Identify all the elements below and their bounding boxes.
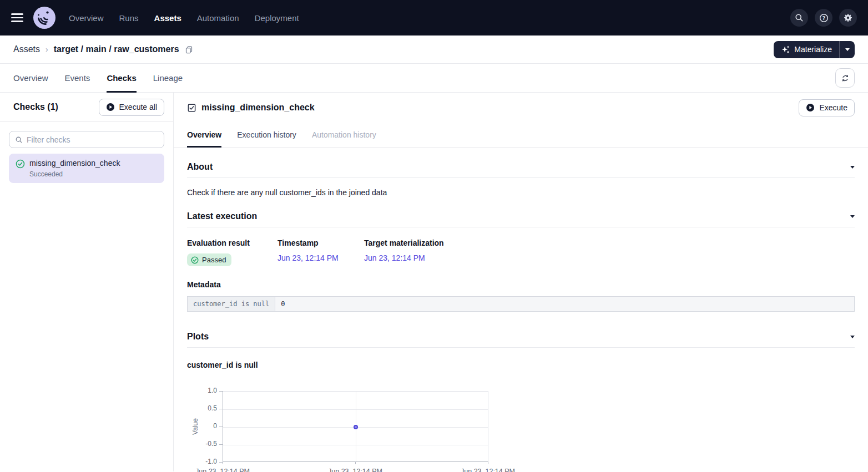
collapse-latest-execution-chevron-icon[interactable] [850,215,855,218]
x-tick-label: Jun 23, 12:14 PM [186,468,259,472]
x-tick-mark [488,462,488,464]
metadata-table: customer_id is null 0 [187,296,855,312]
section-divider [187,177,855,178]
check-name: missing_dimension_check [29,159,120,168]
check-status: Succeeded [29,170,120,178]
metadata-heading: Metadata [187,280,855,289]
target-materialization-link[interactable]: Jun 23, 12:14 PM [364,253,425,262]
asset-tabs: Overview Events Checks Lineage [0,64,868,93]
asset-check-icon [187,103,196,113]
execute-button[interactable]: Execute [799,99,855,116]
primary-nav: Overview Runs Assets Automation Deployme… [69,13,299,23]
plot-title: customer_id is null [187,361,855,369]
column-target-materialization: Target materialization [364,238,444,247]
copy-icon [185,45,193,54]
y-tick-label: -1.0 [187,458,217,465]
timestamp-link[interactable]: Jun 23, 12:14 PM [277,253,339,262]
breadcrumb-row: Assets › target / main / raw_customers M… [0,35,868,64]
tab-execution-history[interactable]: Execution history [237,123,296,147]
top-navbar: Overview Runs Assets Automation Deployme… [0,0,868,35]
search-icon [794,13,804,23]
chevron-down-icon [845,48,850,51]
x-tick-mark [223,462,223,464]
x-tick-mark [355,462,356,464]
check-success-icon [16,159,25,178]
hamburger-menu-icon[interactable] [11,13,23,22]
y-tick-label: -0.5 [187,440,217,448]
play-circle-icon [806,103,815,112]
nav-item-overview[interactable]: Overview [69,13,104,23]
check-detail-title: missing_dimension_check [201,103,315,113]
filter-checks-field [9,131,164,148]
materialize-label: Materialize [794,45,832,54]
column-evaluation-result: Evaluation result [187,238,277,247]
nav-item-deployment[interactable]: Deployment [255,13,299,23]
y-tick-label: 1.0 [187,387,217,394]
materialize-button[interactable]: Materialize [774,41,839,58]
value-history-chart: Value 1.0 0.5 0 -0.5 -1.0 [187,383,542,472]
about-description: Check if there are any null customer_ids… [187,188,855,197]
help-icon: ? [819,13,829,23]
materialize-dropdown-button[interactable] [839,41,855,58]
tab-events[interactable]: Events [65,64,90,92]
active-tab-underline [187,146,221,148]
checks-sidebar: Checks (1) Execute all [0,93,174,471]
search-icon [15,136,23,144]
tab-overview[interactable]: Overview [13,64,48,92]
latest-execution-heading: Latest execution [187,211,257,221]
collapse-plots-chevron-icon[interactable] [850,336,855,338]
settings-button[interactable] [839,9,857,27]
execute-all-button[interactable]: Execute all [99,99,164,116]
refresh-icon [841,74,850,83]
tab-checks[interactable]: Checks [107,64,136,92]
filter-checks-input[interactable] [27,135,158,144]
metadata-value: 0 [275,297,855,312]
section-divider [187,347,855,348]
evaluation-result-value: Passed [202,256,226,264]
materialize-split-button: Materialize [774,41,855,58]
tab-check-overview[interactable]: Overview [187,123,221,147]
copy-asset-key-button[interactable] [185,45,193,54]
tab-automation-history[interactable]: Automation history [312,123,376,147]
breadcrumb-separator: › [46,45,48,54]
plot-area [223,391,488,462]
column-timestamp: Timestamp [277,238,364,247]
breadcrumb-asset-path[interactable]: target / main / raw_customers [54,44,179,54]
check-detail-tabs: Overview Execution history Automation hi… [174,123,868,148]
search-button[interactable] [790,9,808,27]
y-tick-label: 0.5 [187,404,217,412]
active-tab-underline [107,91,136,93]
nav-item-automation[interactable]: Automation [197,13,239,23]
tab-lineage[interactable]: Lineage [153,64,183,92]
breadcrumb-assets-link[interactable]: Assets [13,44,40,54]
data-point[interactable] [354,425,358,429]
metadata-key: customer_id is null [188,297,275,312]
refresh-button[interactable] [835,68,855,88]
check-detail-pane: missing_dimension_check Execute Overview… [174,93,868,471]
play-circle-icon [106,103,115,111]
about-heading: About [187,162,213,172]
check-list-item[interactable]: missing_dimension_check Succeeded [9,154,164,183]
check-circle-icon [191,256,199,264]
x-tick-label: Jun 23, 12:14 PM [452,468,524,472]
help-button[interactable]: ? [815,9,832,27]
x-tick-label: Jun 23, 12:14 PM [319,468,391,472]
nav-item-runs[interactable]: Runs [119,13,139,23]
collapse-about-chevron-icon[interactable] [850,166,855,169]
sparkle-icon [781,45,790,54]
checks-count-heading: Checks (1) [13,102,58,112]
y-axis-line [223,391,223,462]
svg-text:?: ? [822,14,825,21]
nav-item-assets[interactable]: Assets [154,13,181,23]
status-badge: Passed [187,253,231,266]
dagster-logo[interactable] [33,7,55,29]
latest-execution-table: Evaluation result Passed Timestamp J [187,238,855,266]
gear-icon [843,13,853,23]
plots-heading: Plots [187,332,209,342]
metadata-row: customer_id is null 0 [188,297,855,312]
y-tick-label: 0 [187,422,217,430]
section-divider [187,227,855,227]
